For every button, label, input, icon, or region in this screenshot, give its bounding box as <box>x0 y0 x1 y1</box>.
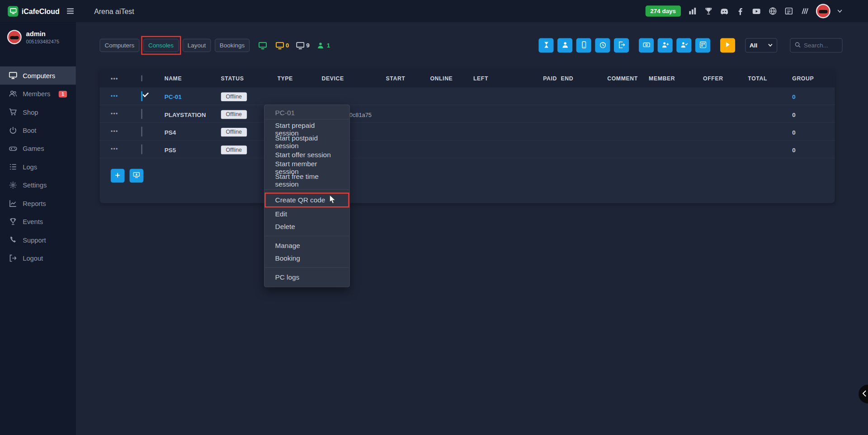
timer-button[interactable] <box>595 38 610 53</box>
pending-sessions-button[interactable] <box>538 38 553 53</box>
sidebar-item-label: Settings <box>23 181 47 189</box>
start-session-button[interactable] <box>720 38 735 53</box>
facebook-icon[interactable] <box>736 6 745 16</box>
sidebar-item-computers[interactable]: Computers <box>0 66 76 84</box>
status-badge: Offline <box>221 128 247 137</box>
sidebar-item-reports[interactable]: Reports <box>0 194 76 212</box>
play-icon <box>724 41 731 50</box>
monitor-download-icon <box>133 171 140 180</box>
sidebar-item-boot[interactable]: Boot <box>0 121 76 139</box>
sidebar-item-label: Games <box>23 145 44 152</box>
sidebar-item-games[interactable]: Games <box>0 140 76 158</box>
row-menu-button[interactable]: ••• <box>111 93 141 99</box>
menu-item-start-postpaid-session[interactable]: Start postpaid session <box>264 136 349 148</box>
card-icon[interactable] <box>784 6 793 16</box>
slashes-icon[interactable] <box>800 6 809 16</box>
console-name-link[interactable]: PLAYSTATION <box>165 111 206 118</box>
sidebar-item-label: Reports <box>23 200 46 207</box>
menu-item-delete[interactable]: Delete <box>264 220 349 233</box>
user-avatar[interactable] <box>816 4 830 19</box>
sidebar-item-logs[interactable]: Logs <box>0 158 76 176</box>
row-checkbox[interactable] <box>141 126 142 136</box>
users-icon <box>9 89 17 98</box>
sidebar-item-label: Computers <box>23 72 55 80</box>
trophy-icon[interactable] <box>703 6 713 16</box>
console-name-link[interactable]: PC-01 <box>165 93 182 100</box>
sidebar-user-name: admin <box>26 30 60 37</box>
col-name: NAME <box>165 75 221 81</box>
menu-item-start-free-time-session[interactable]: Start free time session <box>264 174 349 187</box>
person-arrow-icon <box>680 41 688 50</box>
sidebar-item-settings[interactable]: Settings <box>0 176 76 194</box>
row-menu-button[interactable]: ••• <box>111 146 141 152</box>
sidebar-item-events[interactable]: Events <box>0 212 76 230</box>
discord-icon[interactable] <box>720 6 729 16</box>
sidebar-item-shop[interactable]: Shop <box>0 103 76 121</box>
tab-layout[interactable]: Layout <box>183 39 211 52</box>
cart-icon <box>9 108 17 116</box>
select-all-checkbox[interactable] <box>141 75 142 81</box>
menu-item-start-offer-session[interactable]: Start offer session <box>264 148 349 161</box>
tab-bookings[interactable]: Bookings <box>215 39 250 52</box>
menu-item-booking[interactable]: Booking <box>264 252 349 264</box>
menu-item-pc-logs[interactable]: PC logs <box>264 271 349 283</box>
logout-icon <box>9 254 17 262</box>
stats-icon[interactable] <box>688 6 697 16</box>
chevron-down-icon[interactable] <box>837 6 842 16</box>
add-member-button[interactable] <box>658 38 673 53</box>
row-checkbox[interactable] <box>141 109 142 119</box>
checkout-icon <box>618 41 625 50</box>
mobile-button[interactable] <box>576 38 591 53</box>
tab-computers[interactable]: Computers <box>99 39 139 52</box>
license-days-badge[interactable]: 274 days <box>645 5 681 17</box>
menu-item-start-prepaid-session[interactable]: Start prepaid session <box>264 123 349 136</box>
menu-item-create-qr-code[interactable]: Create QR code <box>264 192 349 207</box>
col-start: START <box>386 75 430 81</box>
col-left: LEFT <box>473 75 543 81</box>
col-online: ONLINE <box>430 75 473 81</box>
sidebar-item-logout[interactable]: Logout <box>0 249 76 267</box>
mobile-icon <box>580 41 588 50</box>
sidebar-item-label: Events <box>23 218 43 225</box>
assign-member-button[interactable] <box>676 38 691 53</box>
sidebar-item-support[interactable]: Support <box>0 231 76 249</box>
table-footer-actions <box>111 169 835 183</box>
sidebar-item-members[interactable]: Members 1 <box>0 84 76 103</box>
row-checkbox[interactable] <box>141 91 142 101</box>
cash-button[interactable] <box>639 38 654 53</box>
trophy-icon <box>9 218 17 226</box>
menu-item-manage[interactable]: Manage <box>264 239 349 252</box>
search-input[interactable] <box>804 42 838 49</box>
guest-session-button[interactable] <box>557 38 572 53</box>
monitor-icon <box>296 41 304 49</box>
globe-icon[interactable] <box>768 6 777 16</box>
brand-logo-icon <box>8 6 18 16</box>
sidebar-user[interactable]: admin 005193482475 <box>0 22 76 52</box>
import-console-button[interactable] <box>130 169 144 183</box>
chat-widget-toggle[interactable] <box>859 385 868 404</box>
menu-item-start-member-session[interactable]: Start member session <box>264 161 349 174</box>
row-checkbox[interactable] <box>141 144 142 154</box>
header-actions: 274 days <box>645 4 843 19</box>
row-menu-button[interactable]: ••• <box>111 111 141 117</box>
menu-item-edit[interactable]: Edit <box>264 207 349 220</box>
console-name-link[interactable]: PS4 <box>165 129 176 136</box>
checkout-button[interactable] <box>614 38 629 53</box>
youtube-icon[interactable] <box>752 6 761 16</box>
col-member: MEMBER <box>649 75 703 81</box>
phone-icon <box>9 236 17 244</box>
status-badge: Offline <box>221 110 247 119</box>
menu-toggle-icon[interactable] <box>64 5 76 17</box>
person-plus-icon <box>661 41 669 50</box>
brand-logo[interactable]: iCafeCloud <box>0 6 62 16</box>
qr-screen-button[interactable] <box>695 38 710 53</box>
add-console-button[interactable] <box>111 169 125 183</box>
toolbar-actions: All <box>538 38 842 53</box>
tab-consoles[interactable]: Consoles <box>143 39 179 52</box>
console-name-link[interactable]: PS5 <box>165 146 176 153</box>
table-row: ••• PS5 Offline 0 <box>99 140 835 158</box>
consoles-table-card: ••• NAME STATUS TYPE DEVICE START ONLINE… <box>99 69 835 203</box>
status-filter-select[interactable]: All <box>745 38 777 53</box>
row-menu-button[interactable]: ••• <box>111 128 141 134</box>
chart-icon <box>9 199 17 207</box>
